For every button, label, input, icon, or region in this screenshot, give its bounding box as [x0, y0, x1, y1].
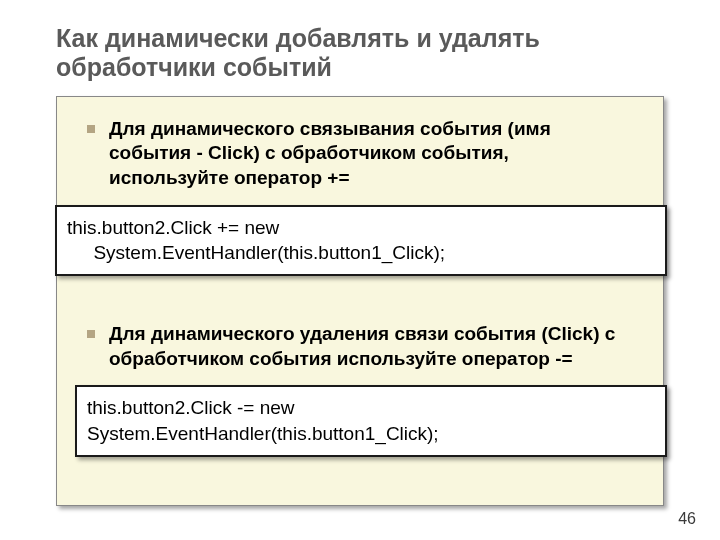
page-number: 46	[678, 510, 696, 528]
code-block: this.button2.Click -= new System.EventHa…	[75, 385, 667, 456]
code-block: this.button2.Click += new System.EventHa…	[55, 205, 667, 276]
bullet-text: Для динамического связывания события (им…	[109, 117, 629, 191]
bullet-item: Для динамического удаления связи события…	[87, 322, 645, 371]
bullet-item: Для динамического связывания события (им…	[87, 117, 645, 191]
square-bullet-icon	[87, 125, 95, 133]
slide-title: Как динамически добавлять и удалять обра…	[56, 24, 616, 82]
slide: Как динамически добавлять и удалять обра…	[0, 0, 720, 540]
square-bullet-icon	[87, 330, 95, 338]
content-panel: Для динамического связывания события (им…	[56, 96, 664, 506]
bullet-text: Для динамического удаления связи события…	[109, 322, 629, 371]
